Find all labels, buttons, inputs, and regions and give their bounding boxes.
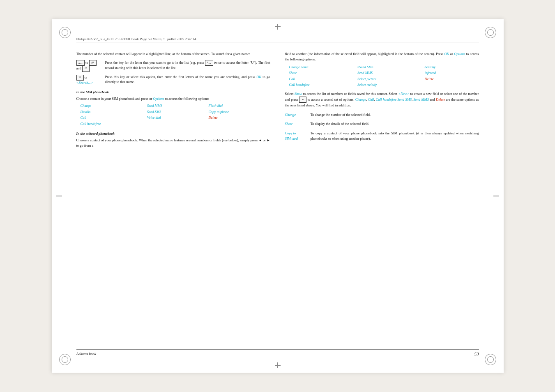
- header-text: Philips362-V2_GB_4311 255 63391.book Pag…: [76, 37, 196, 41]
- ropt-ssendsms: SSend SMS: [357, 65, 419, 70]
- header-line: Philips362-V2_GB_4311 255 63391.book Pag…: [76, 36, 479, 42]
- sendmms-ref-inline: Send MMS: [414, 97, 429, 101]
- right-registration-mark: [492, 192, 500, 200]
- ropt-sendmms: Send MMS: [357, 70, 419, 76]
- def-term-show: Show: [285, 121, 311, 127]
- ok-ref-1: OK: [256, 75, 261, 79]
- sim-opt-details: Details: [81, 109, 142, 115]
- ropt-sendby: Send by: [424, 65, 479, 70]
- sim-phonebook-title: In the SIM phonebook: [76, 90, 270, 95]
- two-column-layout: The number of the selected contact will …: [76, 51, 479, 344]
- ropt-delete: Delete: [424, 76, 479, 82]
- corner-mark-tr: [485, 27, 496, 38]
- new-ref: <New>: [398, 92, 410, 96]
- options-ref-2: Options: [454, 52, 465, 56]
- def-row-change: Change To change the number of the selec…: [285, 112, 479, 118]
- search-option-label: <Search...>: [76, 81, 93, 85]
- footer: Address book 53: [76, 349, 479, 356]
- corner-mark-bl: [59, 354, 71, 365]
- sim-opt-change: Change: [81, 103, 142, 109]
- sim-options-grid: Change Send MMS Flash dial Details Send …: [81, 103, 270, 127]
- page: Philips362-V2_GB_4311 255 63391.book Pag…: [52, 19, 504, 373]
- right-intro: field to another (the information of the…: [285, 51, 479, 62]
- ropt-infrared: infrared: [424, 70, 479, 76]
- def-term-change: Change: [285, 112, 311, 118]
- sendsms-ref-inline: Send SMS: [398, 97, 412, 101]
- sim-opt-flashdial: Flash dial: [208, 103, 270, 109]
- def-desc-show: To display the details of the selected f…: [311, 121, 479, 127]
- sim-opt-call: Call: [81, 115, 142, 121]
- ropt-changename: Change name: [289, 65, 352, 70]
- onboard-phonebook-title: In the onboard phonebook: [76, 131, 270, 136]
- sim-opt-sendsms: Send SMS: [147, 109, 204, 115]
- key-cell-1: 1... to #* and **: [76, 60, 105, 72]
- ropt-show: Show: [289, 70, 352, 76]
- sim-opt-copytophone: Copy to phone: [208, 109, 270, 115]
- bottom-registration-mark: [274, 361, 282, 369]
- delete-ref-inline: Delete: [436, 97, 445, 101]
- ropt-callhandsfree: Call handsfree: [289, 82, 352, 88]
- def-row-show: Show To display the details of the selec…: [285, 121, 479, 127]
- right-options-grid: Change name SSend SMS Send by Show Send …: [289, 65, 479, 88]
- sim-opt-sendmms: Send MMS: [147, 103, 204, 109]
- key-desc-2: Press this key or select this option, th…: [105, 75, 270, 85]
- change-ref-inline: Change: [355, 97, 366, 101]
- sim-opt-voicedial: Voice dial: [147, 115, 204, 121]
- sim-opt-callhandsfree: Call handsfree: [81, 121, 142, 127]
- ropt-call: Call: [289, 76, 352, 82]
- key-row-1: 1... to #* and ** Press the key for the …: [76, 60, 270, 72]
- body-explanation: Select Show to access the list of number…: [285, 91, 479, 108]
- def-desc-change: To change the number of the selected fie…: [311, 112, 479, 118]
- left-registration-mark: [55, 192, 63, 200]
- key-1to: 1...: [76, 60, 85, 66]
- ok-ref-2: OK: [444, 52, 449, 56]
- left-column: The number of the selected contact will …: [76, 51, 270, 344]
- ropt-selectpicture: Select picture: [357, 76, 419, 82]
- call-ref-inline: Call: [368, 97, 374, 101]
- menu-key: ≡: [299, 97, 306, 103]
- ropt-selectmelody: Select melody: [357, 82, 419, 88]
- corner-mark-br: [485, 354, 496, 365]
- intro-paragraph: The number of the selected contact will …: [76, 51, 270, 57]
- options-ref-sim: Options: [153, 97, 164, 101]
- sim-intro: Choose a contact in your SIM phonebook a…: [76, 96, 270, 101]
- right-column: field to another (the information of the…: [285, 51, 479, 344]
- key-star: **: [82, 66, 90, 72]
- callhandsfree-ref-inline: Call handsfree: [376, 97, 396, 101]
- top-registration-mark: [274, 23, 282, 31]
- key-cell-2: ** or <Search...>: [76, 75, 105, 85]
- sim-opt-delete: Delete: [208, 115, 270, 121]
- key-row-2: ** or <Search...> Press this key or sele…: [76, 75, 270, 85]
- def-term-copytosim: Copy toSIM card: [285, 131, 311, 141]
- def-desc-copytosim: To copy a contact of your phone phoneboo…: [311, 131, 479, 141]
- footer-left: Address book: [76, 352, 96, 356]
- key-hash: #*: [89, 60, 97, 66]
- show-ref: Show: [295, 92, 302, 96]
- key-star-inline: *...: [205, 60, 213, 66]
- key-star2: **: [76, 75, 84, 81]
- key-desc-1: Press the key for the letter that you wa…: [105, 60, 270, 71]
- footer-page-number: 53: [474, 351, 479, 356]
- onboard-intro: Choose a contact of your phone phonebook…: [76, 138, 270, 148]
- def-row-copytosim: Copy toSIM card To copy a contact of you…: [285, 131, 479, 141]
- corner-mark-tl: [59, 27, 71, 38]
